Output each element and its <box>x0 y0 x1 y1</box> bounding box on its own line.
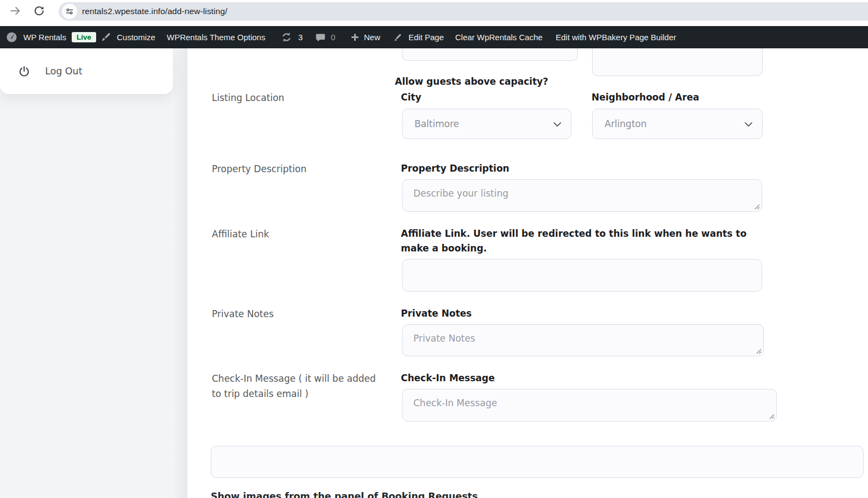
logout-menu-item[interactable]: Log Out <box>0 48 173 94</box>
allow-guests-question: Allow guests above capacity? <box>395 74 548 89</box>
clipped-bottom-text: Show images from the panel of Booking Re… <box>211 491 478 498</box>
check-in-message-textarea[interactable] <box>402 389 777 421</box>
address-bar[interactable]: rentals2.wpestate.info/add-new-listing/ <box>59 2 868 21</box>
admin-bar-theme-options[interactable]: WPRentals Theme Options <box>167 26 265 48</box>
customize-brush-icon[interactable] <box>100 26 111 48</box>
resize-grip-icon[interactable] <box>769 413 775 419</box>
plus-icon[interactable] <box>350 26 360 48</box>
area-label: Neighborhood / Area <box>592 90 699 105</box>
admin-bar-new[interactable]: New <box>364 26 380 48</box>
admin-bar-edit-page[interactable]: Edit Page <box>408 26 444 48</box>
wp-admin-bar: WP Rentals Live Customize WPRentals Them… <box>0 26 868 48</box>
row-label-check-in-message: Check-In Message ( it will be added to t… <box>212 371 387 401</box>
private-notes-field-label: Private Notes <box>401 306 471 321</box>
admin-bar-wpbakery[interactable]: Edit with WPBakery Page Builder <box>556 26 676 48</box>
admin-bar-clear-cache[interactable]: Clear WpRentals Cache <box>455 26 543 48</box>
affiliate-link-wrap <box>402 259 762 292</box>
comments-icon[interactable] <box>315 26 326 48</box>
city-select[interactable]: Baltimore <box>402 109 571 139</box>
row-label-listing-location: Listing Location <box>212 90 284 105</box>
area-select-value: Arlington <box>605 118 646 129</box>
check-in-message-field-label: Check-In Message <box>401 371 495 386</box>
admin-bar-site-name[interactable]: WP Rentals <box>23 26 66 48</box>
forward-icon[interactable] <box>9 4 22 17</box>
comments-count[interactable]: 0 <box>331 26 335 48</box>
site-logo-icon[interactable] <box>6 26 17 48</box>
updates-count[interactable]: 3 <box>298 26 303 48</box>
chevron-down-icon <box>745 122 752 127</box>
property-description-textarea[interactable] <box>402 179 762 212</box>
reload-icon[interactable] <box>33 4 46 17</box>
browser-window: rentals2.wpestate.info/add-new-listing/ … <box>0 0 868 498</box>
live-badge[interactable]: Live <box>72 26 96 48</box>
affiliate-link-field-label: Affiliate Link. User will be redirected … <box>401 226 751 256</box>
power-icon <box>18 65 30 78</box>
affiliate-link-input[interactable] <box>402 259 762 292</box>
city-label: City <box>401 90 422 105</box>
chevron-down-icon <box>553 122 561 127</box>
browser-toolbar: rentals2.wpestate.info/add-new-listing/ <box>0 0 868 26</box>
wide-empty-field[interactable] <box>211 446 864 478</box>
city-select-value: Baltimore <box>414 118 459 129</box>
resize-grip-icon[interactable] <box>756 348 762 354</box>
updates-icon[interactable] <box>281 26 292 48</box>
property-description-field-label: Property Description <box>401 161 510 176</box>
resize-grip-icon[interactable] <box>754 204 760 210</box>
logout-label: Log Out <box>45 66 83 77</box>
admin-bar-customize[interactable]: Customize <box>117 26 155 48</box>
site-info-icon[interactable] <box>62 4 77 19</box>
url-text: rentals2.wpestate.info/add-new-listing/ <box>82 7 228 16</box>
check-in-message-wrap <box>402 389 777 421</box>
edit-pencil-icon[interactable] <box>393 26 403 48</box>
sidebar <box>0 48 187 498</box>
property-description-wrap <box>402 179 762 212</box>
private-notes-textarea[interactable] <box>402 324 764 356</box>
row-label-property-description: Property Description <box>212 161 306 176</box>
area-select[interactable]: Arlington <box>592 109 763 139</box>
row-label-private-notes: Private Notes <box>212 306 274 322</box>
cut-input-top-left[interactable] <box>402 48 578 61</box>
private-notes-wrap <box>402 324 764 356</box>
cut-input-top-right[interactable] <box>592 48 763 76</box>
row-label-affiliate-link: Affiliate Link <box>212 226 269 242</box>
